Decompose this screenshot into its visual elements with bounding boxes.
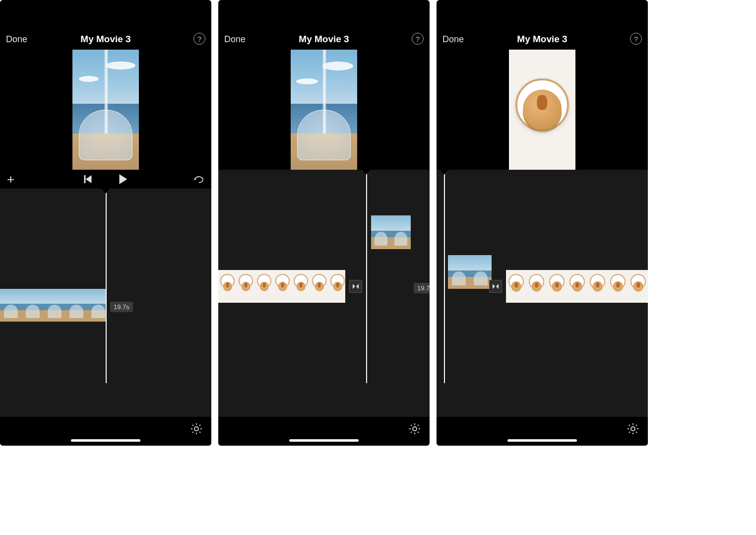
home-indicator[interactable]	[289, 439, 359, 442]
home-indicator[interactable]	[507, 439, 577, 442]
video-clip[interactable]	[0, 289, 106, 322]
playhead[interactable]	[106, 189, 107, 383]
playhead-marker-icon	[101, 189, 111, 194]
svg-point-9	[413, 427, 417, 431]
svg-line-26	[636, 425, 637, 426]
svg-point-18	[631, 427, 635, 431]
preview-video	[72, 50, 139, 170]
bottom-bar	[0, 417, 211, 446]
svg-line-15	[418, 432, 419, 433]
video-clip[interactable]	[218, 270, 345, 303]
phone-screen-1: Done My Movie 3 ? +	[0, 0, 211, 446]
skip-to-start-button[interactable]	[84, 175, 92, 183]
transition-icon[interactable]	[489, 280, 502, 293]
duration-badge: 19.7s	[414, 283, 430, 293]
project-title: My Movie 3	[299, 34, 349, 45]
pip-clip[interactable]	[371, 215, 411, 249]
preview-area[interactable]	[0, 50, 211, 170]
preview-area[interactable]	[218, 50, 430, 170]
transition-icon[interactable]	[349, 280, 362, 293]
svg-line-7	[192, 432, 193, 433]
playhead[interactable]	[444, 170, 445, 383]
svg-line-5	[192, 425, 193, 426]
help-button[interactable]: ?	[412, 33, 424, 45]
svg-line-8	[199, 425, 200, 426]
svg-line-14	[411, 425, 412, 426]
phone-screen-3: Done My Movie 3 ?	[437, 0, 648, 446]
svg-point-0	[194, 427, 198, 431]
editor-header: Done My Movie 3 ?	[437, 0, 648, 50]
pip-clip[interactable]	[448, 255, 492, 289]
help-button[interactable]: ?	[193, 33, 205, 45]
timeline[interactable]: 19.7s	[0, 189, 211, 417]
video-clip[interactable]	[506, 270, 648, 303]
settings-button[interactable]	[627, 423, 639, 435]
svg-line-24	[636, 432, 637, 433]
duration-badge: 19.7s	[110, 302, 133, 312]
timeline[interactable]	[437, 170, 648, 417]
svg-line-6	[199, 432, 200, 433]
project-title: My Movie 3	[80, 34, 130, 45]
play-button[interactable]	[120, 174, 127, 184]
home-indicator[interactable]	[71, 439, 140, 442]
undo-button[interactable]	[193, 175, 204, 183]
project-title: My Movie 3	[517, 34, 567, 45]
editor-header: Done My Movie 3 ?	[0, 0, 211, 50]
settings-button[interactable]	[409, 423, 421, 435]
timeline[interactable]: 19.7s	[218, 170, 430, 417]
editor-header: Done My Movie 3 ?	[218, 0, 430, 50]
settings-button[interactable]	[190, 423, 202, 435]
preview-video	[291, 50, 357, 170]
playhead[interactable]	[366, 170, 367, 383]
add-media-button[interactable]: +	[7, 172, 14, 187]
preview-video	[509, 50, 575, 170]
done-button[interactable]: Done	[6, 34, 27, 45]
preview-area[interactable]	[437, 50, 648, 170]
bottom-bar	[218, 417, 430, 446]
svg-line-16	[411, 432, 412, 433]
bottom-bar	[437, 417, 648, 446]
svg-line-23	[629, 425, 630, 426]
playhead-marker-icon	[439, 170, 449, 175]
playhead-marker-icon	[361, 170, 371, 175]
playback-controls: +	[0, 170, 211, 189]
svg-line-25	[629, 432, 630, 433]
done-button[interactable]: Done	[442, 34, 464, 45]
phone-screen-2: Done My Movie 3 ?	[218, 0, 430, 446]
help-button[interactable]: ?	[630, 33, 642, 45]
done-button[interactable]: Done	[224, 34, 246, 45]
svg-line-17	[418, 425, 419, 426]
